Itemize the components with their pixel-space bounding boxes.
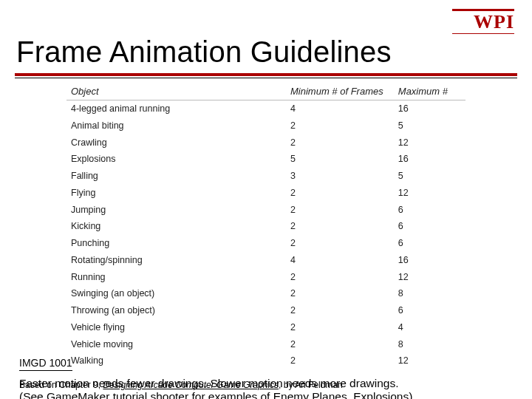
table-row: Running212 — [66, 269, 466, 286]
cell-min: 4 — [286, 252, 394, 269]
footer-book-title: Designing Arcade Computer Game Graphics — [103, 380, 279, 390]
cell-obj: Crawling — [66, 134, 286, 151]
table-row: Walking212 — [66, 352, 466, 369]
cell-max: 12 — [394, 185, 466, 202]
cell-obj: Rotating/spinning — [66, 252, 286, 269]
frame-guidelines-table: Object Minimum # of Frames Maximum # 4-l… — [66, 83, 466, 369]
wpi-logo: WPI — [452, 9, 514, 34]
rule-red — [15, 73, 517, 76]
footer-prefix: Based on Chapter 9, — [19, 380, 103, 390]
cell-min: 3 — [286, 168, 394, 185]
cell-max: 8 — [394, 285, 466, 302]
cell-obj: Vehicle moving — [66, 336, 286, 353]
cell-obj: Falling — [66, 168, 286, 185]
table-row: Jumping26 — [66, 202, 466, 219]
table-row: Explosions516 — [66, 151, 466, 168]
cell-min: 2 — [286, 352, 394, 369]
table-row: Rotating/spinning416 — [66, 252, 466, 269]
cell-min: 2 — [286, 235, 394, 252]
cell-min: 2 — [286, 269, 394, 286]
cell-obj: Throwing (an object) — [66, 302, 286, 319]
table-row: Punching26 — [66, 235, 466, 252]
col-min: Minimum # of Frames — [286, 83, 394, 100]
cell-min: 2 — [286, 117, 394, 134]
slide-title: Frame Animation Guidelines — [16, 35, 517, 69]
cell-max: 12 — [394, 352, 466, 369]
table-row: Animal biting25 — [66, 117, 466, 134]
cell-max: 16 — [394, 151, 466, 168]
table-row: Vehicle moving28 — [66, 336, 466, 353]
cell-max: 4 — [394, 319, 466, 336]
cell-max: 6 — [394, 202, 466, 219]
note-line-2: (See GameMaker tutorial shooter for exam… — [19, 390, 513, 399]
cell-max: 16 — [394, 100, 466, 117]
cell-obj: Walking — [66, 352, 286, 369]
table-row: Falling35 — [66, 168, 466, 185]
cell-max: 16 — [394, 252, 466, 269]
logo-text: WPI — [452, 13, 514, 32]
cell-min: 5 — [286, 151, 394, 168]
cell-min: 2 — [286, 218, 394, 235]
cell-max: 6 — [394, 235, 466, 252]
table-row: 4-legged animal running416 — [66, 100, 466, 117]
cell-obj: Running — [66, 269, 286, 286]
cell-min: 2 — [286, 134, 394, 151]
footer-suffix: , by Ari Feldman — [279, 380, 343, 390]
table-row: Flying212 — [66, 185, 466, 202]
footer-citation: Based on Chapter 9, Designing Arcade Com… — [19, 380, 343, 390]
table-row: Swinging (an object)28 — [66, 285, 466, 302]
table-row: Vehicle flying24 — [66, 319, 466, 336]
cell-min: 2 — [286, 302, 394, 319]
cell-obj: 4-legged animal running — [66, 100, 286, 117]
cell-max: 12 — [394, 134, 466, 151]
cell-min: 2 — [286, 319, 394, 336]
cell-max: 12 — [394, 269, 466, 286]
cell-obj: Kicking — [66, 218, 286, 235]
slide: WPI Frame Animation Guidelines Object Mi… — [0, 0, 532, 399]
table-row: Crawling212 — [66, 134, 466, 151]
cell-min: 2 — [286, 285, 394, 302]
cell-min: 2 — [286, 202, 394, 219]
cell-obj: Explosions — [66, 151, 286, 168]
table-header-row: Object Minimum # of Frames Maximum # — [66, 83, 466, 100]
cell-obj: Animal biting — [66, 117, 286, 134]
cell-max: 5 — [394, 117, 466, 134]
table-row: Kicking26 — [66, 218, 466, 235]
logo-rule-bottom — [452, 33, 514, 34]
col-max: Maximum # — [394, 83, 466, 100]
cell-max: 6 — [394, 302, 466, 319]
cell-max: 8 — [394, 336, 466, 353]
table-body: 4-legged animal running416Animal biting2… — [66, 100, 466, 370]
cell-obj: Jumping — [66, 202, 286, 219]
frame-guidelines-table-wrap: Object Minimum # of Frames Maximum # 4-l… — [66, 83, 466, 369]
cell-min: 2 — [286, 185, 394, 202]
cell-max: 5 — [394, 168, 466, 185]
cell-max: 6 — [394, 218, 466, 235]
table-row: Throwing (an object)26 — [66, 302, 466, 319]
cell-obj: Vehicle flying — [66, 319, 286, 336]
cell-min: 4 — [286, 100, 394, 117]
cell-obj: Flying — [66, 185, 286, 202]
cell-min: 2 — [286, 336, 394, 353]
course-code: IMGD 1001 — [19, 357, 72, 371]
rule-thin — [15, 78, 517, 78]
cell-obj: Swinging (an object) — [66, 285, 286, 302]
col-object: Object — [66, 83, 286, 100]
cell-obj: Punching — [66, 235, 286, 252]
